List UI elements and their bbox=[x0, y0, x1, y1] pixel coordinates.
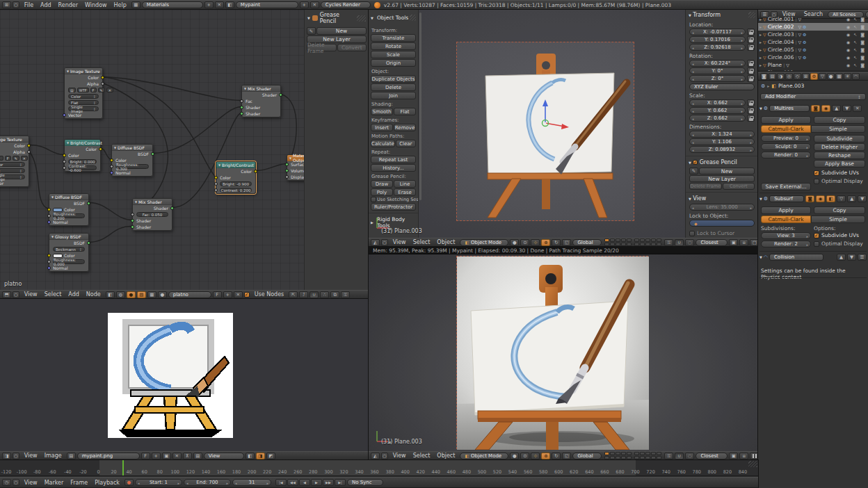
timeline-menu-view[interactable]: View bbox=[21, 480, 41, 486]
play-reverse-button[interactable]: ◀ bbox=[299, 479, 310, 486]
output-socket-color[interactable] bbox=[101, 76, 104, 79]
draw-button[interactable]: Draw bbox=[371, 180, 393, 188]
image-new-button[interactable]: + bbox=[152, 453, 161, 459]
subsurf-render-field[interactable]: Render: 2▸ bbox=[761, 241, 811, 247]
collapse-icon[interactable]: ▼ bbox=[51, 235, 54, 238]
subsurf-copy-button[interactable]: Copy bbox=[814, 206, 865, 214]
scene-add-button[interactable]: + bbox=[300, 1, 309, 8]
manipulator-axes-icon[interactable]: ⊹ bbox=[531, 239, 540, 246]
subsurf-simple-button[interactable]: Simple bbox=[811, 215, 865, 223]
input-socket-shader[interactable] bbox=[131, 219, 134, 222]
restrict-select-icon[interactable]: ↖ bbox=[853, 63, 857, 67]
snap-mode-icon[interactable]: ∴ bbox=[320, 291, 329, 298]
node-header[interactable]: ▼Image Texture bbox=[0, 136, 29, 143]
poly-button[interactable]: Poly bbox=[371, 188, 393, 196]
layer-toggle[interactable] bbox=[640, 243, 645, 246]
tab-object[interactable]: ◇ bbox=[794, 73, 801, 80]
current-frame-playhead[interactable] bbox=[122, 460, 124, 475]
dimension-field-1[interactable]: ◂Y: 1.106▸ bbox=[689, 138, 755, 145]
tab-render-layers[interactable]: ▤ bbox=[769, 73, 776, 80]
viewport-menu-object[interactable]: Object bbox=[433, 453, 458, 459]
outliner-row-plane[interactable]: ▸▽Plane|▽◉↖◙ bbox=[758, 61, 868, 69]
layer-toggle[interactable] bbox=[657, 456, 661, 459]
fake-user-button[interactable]: F bbox=[213, 291, 222, 298]
node-header[interactable]: ▼Image Texture bbox=[65, 68, 102, 74]
gp-pencil-icon[interactable]: ✎ bbox=[689, 168, 698, 174]
disclosure-icon[interactable]: ▸ bbox=[760, 55, 762, 60]
multires-apply-base-button[interactable]: Apply Base bbox=[814, 160, 865, 168]
join-button[interactable]: Join bbox=[371, 92, 416, 99]
layer-toggle[interactable] bbox=[616, 238, 620, 242]
subsurf-edit-toggle[interactable]: ◧ bbox=[826, 195, 835, 202]
render-opengl-anim-icon[interactable]: ⧈ bbox=[739, 239, 748, 246]
input-socket-roughness-0-000[interactable] bbox=[47, 260, 51, 263]
multires-delete-higher-button[interactable]: Delete Higher bbox=[814, 143, 865, 151]
node-mix-shader-1[interactable]: ▼Mix ShaderShaderFacShaderShader bbox=[241, 85, 281, 117]
disclosure-icon[interactable]: ▸ bbox=[760, 63, 762, 67]
sync-mode-select[interactable]: No Sync bbox=[347, 479, 383, 486]
editor-type-icon[interactable]: ◭ bbox=[371, 453, 380, 459]
collapse-icon[interactable]: ▼ bbox=[67, 141, 69, 145]
multires-optimal-checkbox[interactable] bbox=[814, 179, 819, 184]
subsurf-catmull-clark-button[interactable]: Catmull-Clark bbox=[761, 215, 811, 223]
gp-new-layer-button[interactable]: New Layer bbox=[689, 175, 755, 182]
layer-toggle[interactable] bbox=[610, 243, 615, 246]
node-bright-contrast-2[interactable]: ▼Bright/ContrastColorColorBright: -0.900… bbox=[216, 161, 256, 194]
collapse-icon[interactable]: ▼ bbox=[218, 163, 220, 167]
dimension-field-0[interactable]: ◂X: 1.324▸ bbox=[689, 131, 755, 138]
camera-frame[interactable] bbox=[456, 256, 648, 449]
node-slider[interactable]: Contrast: -0.600 bbox=[68, 165, 97, 170]
panel-drag-hatch[interactable] bbox=[410, 15, 416, 21]
transform-panel-header[interactable]: ▼ Transform bbox=[686, 10, 758, 20]
fake-user-button[interactable]: F bbox=[141, 453, 150, 459]
viewport-menu-view[interactable]: View bbox=[389, 453, 410, 459]
node-header[interactable]: ▼Bright/Contrast bbox=[65, 140, 100, 146]
editor-type-icon[interactable]: ◷ bbox=[2, 479, 11, 486]
manipulator-translate-icon[interactable]: ⊕ bbox=[541, 453, 550, 459]
layer-toggle[interactable] bbox=[657, 243, 661, 246]
collision-panel-header[interactable]: ▼◠ Collision ▲ ▼ ☰ bbox=[760, 254, 867, 261]
screen-name-field[interactable]: Materials bbox=[142, 1, 203, 8]
layer-toggle[interactable] bbox=[627, 456, 632, 459]
compositing-type-icon[interactable]: ▧ bbox=[137, 291, 146, 298]
tab-object-data[interactable]: ▽ bbox=[819, 73, 826, 80]
output-socket-alpha[interactable] bbox=[101, 82, 104, 86]
manipulator-scale-icon[interactable]: ◱ bbox=[562, 239, 571, 246]
disclosure-icon[interactable]: ▸ bbox=[760, 47, 762, 52]
scene-browse-icon[interactable]: ◧ bbox=[225, 1, 234, 8]
collapse-menus-icon[interactable]: ○ bbox=[13, 479, 19, 486]
layer-toggle[interactable] bbox=[645, 452, 650, 455]
collapse-menus-icon[interactable]: ○ bbox=[13, 291, 19, 298]
layer-toggle[interactable] bbox=[610, 456, 615, 459]
multires-render-field[interactable]: Render: 0▸ bbox=[761, 152, 811, 158]
tab-particles[interactable]: ✳ bbox=[844, 73, 851, 80]
multires-render-toggle[interactable]: ◙ bbox=[811, 105, 820, 112]
use-nodes-checkbox[interactable]: ✓ bbox=[244, 292, 250, 298]
timeline-menu-playback[interactable]: Playback bbox=[91, 480, 123, 486]
scale-field-0[interactable]: ◂X: 0.662▸ bbox=[689, 99, 746, 106]
camera-frame[interactable] bbox=[456, 42, 634, 221]
viewport-menu-select[interactable]: Select bbox=[410, 453, 434, 459]
tab-scene[interactable]: ◑ bbox=[777, 73, 785, 80]
draw-channel-color-icon[interactable]: ◧ bbox=[246, 453, 255, 459]
material-unlink-button[interactable]: ✕ bbox=[234, 291, 243, 298]
screen-browse-icon[interactable]: ▦ bbox=[131, 1, 140, 8]
collapse-icon[interactable]: ▼ bbox=[67, 70, 69, 73]
multires-sculpt-field[interactable]: Sculpt: 0▸ bbox=[761, 143, 811, 150]
shader-type-material-icon[interactable]: ● bbox=[127, 291, 136, 298]
jump-to-start-button[interactable]: |◀ bbox=[275, 479, 287, 486]
collapse-icon[interactable]: ▼ bbox=[135, 200, 137, 204]
outliner-row-circle-004[interactable]: ▸▽Circle.004|▽⚙◉↖◙ bbox=[758, 38, 868, 46]
layer-toggle[interactable] bbox=[657, 452, 661, 455]
clear-button[interactable]: Clear bbox=[396, 140, 416, 147]
snap-icon[interactable]: ∩ bbox=[310, 291, 319, 298]
render-opengl-icon[interactable]: ▣ bbox=[729, 239, 738, 246]
view-mode-icon[interactable]: ▤ bbox=[193, 453, 202, 459]
render-engine-select[interactable]: Cycles Render bbox=[321, 1, 371, 8]
image-view-mode-select[interactable]: View bbox=[204, 453, 244, 459]
restrict-select-icon[interactable]: ↖ bbox=[853, 47, 857, 52]
restrict-view-icon[interactable]: ◉ bbox=[846, 32, 850, 37]
manipulator-rotate-icon[interactable]: ↻ bbox=[552, 453, 561, 459]
lock-to-scene-icon[interactable]: ⚿ bbox=[664, 453, 673, 459]
input-socket-contrast-0-600[interactable] bbox=[63, 166, 66, 170]
